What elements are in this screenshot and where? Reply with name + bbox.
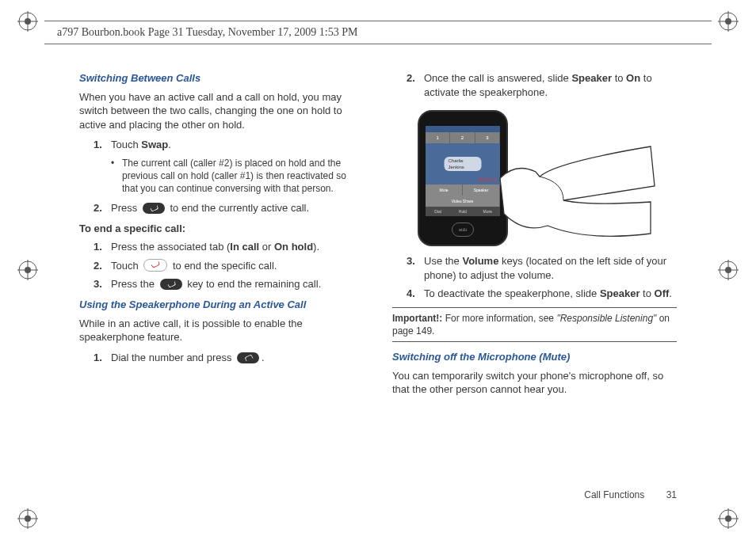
text: Use the (424, 255, 462, 267)
list-number: 1. (94, 240, 111, 254)
list-text: Touch to end the specific call. (111, 259, 364, 273)
screen-tabs: 1 2 3 (426, 132, 500, 143)
list-text: Dial the number and press . (111, 351, 364, 365)
footer-section: Call Functions (584, 489, 644, 500)
list-number: 2. (94, 259, 111, 273)
text: to end the currently active call. (167, 202, 309, 214)
ui-term: On (626, 72, 640, 84)
softkey: Dial (426, 207, 450, 216)
section-title: Using the Speakerphone During an Active … (79, 298, 364, 312)
caller-name: Charlie Jenkins (445, 157, 482, 171)
section-title: Switching Between Calls (79, 71, 364, 86)
text: For more information, see (442, 313, 556, 324)
ui-term: Swap (141, 139, 168, 150)
ui-term: Off (655, 287, 670, 299)
text: key to end the remaining call. (185, 278, 322, 290)
list-item: 3. Press the key to end the remaining ca… (79, 277, 364, 291)
list-item: 2. Touch to end the specific call. (79, 259, 364, 273)
hand-pointing-icon (492, 139, 659, 249)
sub-heading: To end a specific call: (79, 222, 364, 236)
ordered-list: 1. Touch Swap. • The current call (calle… (79, 138, 364, 215)
status-bar (426, 126, 500, 132)
end-key-icon (143, 203, 165, 214)
page-meta-header: a797 Bourbon.book Page 31 Tuesday, Novem… (44, 21, 712, 44)
page-footer: Call Functions 31 (584, 489, 677, 500)
list-number: 3. (94, 277, 111, 291)
list-number: 3. (407, 254, 424, 282)
register-mark-icon (718, 260, 739, 280)
text: Press the (111, 278, 158, 290)
reference-title: "Responsible Listening" (556, 313, 656, 324)
phone-screen: 1 2 3 Charlie Jenkins 00:00:11 Mute Spea… (426, 126, 500, 213)
screen-main: Charlie Jenkins 00:00:11 (426, 143, 500, 184)
ui-term: On hold (274, 241, 313, 253)
ordered-list: 2. Once the call is answered, slide Spea… (392, 71, 677, 99)
list-number: 1. (94, 351, 111, 365)
register-mark-icon (17, 260, 38, 280)
screen-tab: 2 (450, 132, 475, 143)
text: Touch (111, 260, 141, 272)
list-text: To deactivate the speakerphone, slide Sp… (424, 287, 677, 301)
list-item: 1. Touch Swap. (79, 138, 364, 152)
sub-bullet: • The current call (caller #2) is placed… (79, 157, 364, 196)
text: . (262, 352, 265, 363)
list-number: 1. (94, 138, 111, 152)
ui-term: In call (230, 241, 259, 253)
screen-tab: 1 (426, 132, 450, 143)
page-number: 31 (666, 489, 677, 500)
text: . (168, 139, 171, 150)
right-column: 2. Once the call is answered, slide Spea… (392, 71, 677, 485)
list-text: Press the associated tab (In call or On … (111, 240, 364, 254)
ordered-list: 3. Use the Volume keys (located on the l… (392, 254, 677, 301)
register-mark-icon (718, 508, 739, 529)
list-number: 2. (407, 71, 424, 99)
ordered-list: 1. Dial the number and press . (79, 351, 364, 365)
ui-term: Speaker (600, 287, 640, 299)
list-item: 1. Dial the number and press . (79, 351, 364, 365)
end-call-red-icon (143, 259, 167, 272)
list-text: Once the call is answered, slide Speaker… (424, 71, 677, 99)
text: Dial the number and press (111, 352, 235, 363)
important-note: Important!: For more information, see "R… (392, 307, 677, 342)
text: Press the associated tab ( (111, 241, 230, 253)
ui-term: Speaker (571, 72, 612, 84)
text: to (640, 287, 654, 299)
section-intro: When you have an active call and a call … (79, 90, 364, 132)
ordered-list: 1. Press the associated tab (In call or … (79, 240, 364, 291)
bullet-text: The current call (caller #2) is placed o… (122, 157, 364, 196)
phone-illustration: 1 2 3 Charlie Jenkins 00:00:11 Mute Spea… (407, 105, 660, 248)
list-number: 2. (94, 201, 111, 215)
ui-term: Volume (462, 255, 498, 267)
screen-row: Video Share (426, 196, 500, 207)
screen-softkeys: Dial Hold More (426, 207, 500, 216)
text: To deactivate the speakerphone, slide (424, 287, 600, 299)
note-label: Important!: (392, 313, 442, 324)
text: Press (111, 202, 140, 214)
text: to end the specific call. (170, 260, 277, 272)
page-content: Switching Between Calls When you have an… (79, 71, 677, 485)
list-item: 1. Press the associated tab (In call or … (79, 240, 364, 254)
text: Once the call is answered, slide (424, 72, 571, 84)
screen-row: Mute Speaker (426, 184, 500, 196)
list-text: Use the Volume keys (located on the left… (424, 254, 677, 282)
mute-cell: Mute (426, 184, 463, 196)
left-column: Switching Between Calls When you have an… (79, 71, 364, 485)
list-item: 3. Use the Volume keys (located on the l… (392, 254, 677, 282)
list-text: Press the key to end the remaining call. (111, 277, 364, 291)
list-text: Touch Swap. (111, 138, 364, 152)
list-item: 4. To deactivate the speakerphone, slide… (392, 287, 677, 301)
section-intro: While in an active call, it is possible … (79, 317, 364, 344)
softkey: Hold (450, 207, 475, 216)
text: Touch (111, 139, 141, 150)
text: to (612, 72, 626, 84)
call-key-icon (237, 352, 259, 363)
end-key-icon (160, 279, 182, 290)
text: or (259, 241, 274, 253)
text: ). (313, 241, 319, 253)
video-share-cell: Video Share (426, 196, 500, 207)
bullet-mark: • (111, 157, 122, 196)
list-item: 2. Once the call is answered, slide Spea… (392, 71, 677, 99)
register-mark-icon (17, 11, 38, 32)
list-item: 2. Press to end the currently active cal… (79, 201, 364, 215)
carrier-logo: at&t (452, 222, 474, 237)
